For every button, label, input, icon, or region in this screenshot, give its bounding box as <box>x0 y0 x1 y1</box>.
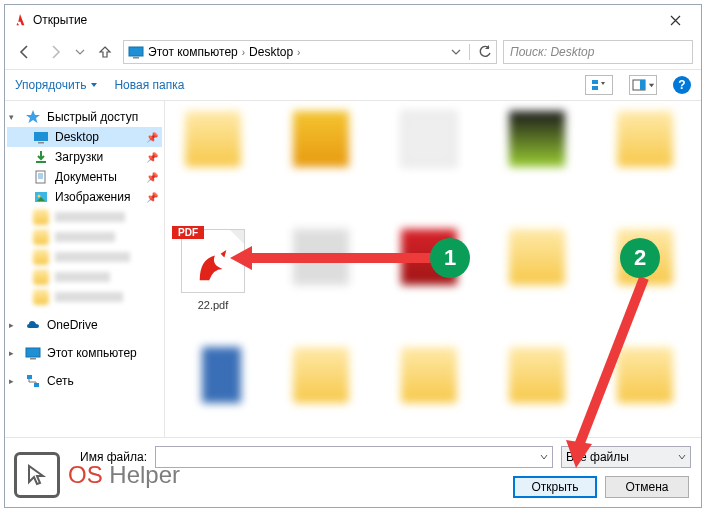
file-item[interactable] <box>393 111 465 201</box>
svg-rect-17 <box>27 375 32 379</box>
sidebar-item-recent[interactable] <box>7 207 162 227</box>
svg-rect-5 <box>640 80 645 90</box>
sidebar-this-pc[interactable]: ▸ Этот компьютер <box>7 343 162 363</box>
documents-icon <box>33 169 49 185</box>
svg-rect-15 <box>26 348 40 357</box>
sidebar-item-downloads[interactable]: Загрузки 📌 <box>7 147 162 167</box>
recent-dropdown[interactable] <box>73 40 87 64</box>
file-item[interactable] <box>177 347 249 437</box>
file-item[interactable] <box>285 347 357 437</box>
sidebar-item-pictures[interactable]: Изображения 📌 <box>7 187 162 207</box>
annotation-arrow-2 <box>560 272 660 472</box>
close-button[interactable] <box>655 6 695 34</box>
this-pc-icon <box>25 345 41 361</box>
search-input[interactable]: Поиск: Desktop <box>503 40 693 64</box>
downloads-icon <box>33 149 49 165</box>
chevron-right-icon: › <box>297 47 300 58</box>
svg-marker-20 <box>230 246 252 270</box>
sidebar-item-recent[interactable] <box>7 267 162 287</box>
star-icon <box>25 109 41 125</box>
svg-rect-8 <box>36 161 46 163</box>
chevron-right-icon: ▸ <box>9 320 19 330</box>
crumb-this-pc[interactable]: Этот компьютер <box>148 45 238 59</box>
watermark: OS Helper <box>14 452 180 498</box>
pin-icon: 📌 <box>146 152 158 163</box>
file-item[interactable] <box>285 111 357 201</box>
sidebar-network[interactable]: ▸ Сеть <box>7 371 162 391</box>
file-item[interactable] <box>177 111 249 201</box>
svg-rect-16 <box>30 358 36 360</box>
forward-button[interactable] <box>43 40 67 64</box>
svg-marker-22 <box>566 440 592 468</box>
this-pc-icon <box>128 44 144 60</box>
svg-line-21 <box>578 278 644 448</box>
breadcrumb[interactable]: Этот компьютер › Desktop › <box>123 40 497 64</box>
annotation-badge-2: 2 <box>620 238 660 278</box>
refresh-button[interactable] <box>478 45 492 59</box>
chevron-down-icon: ▾ <box>9 112 19 122</box>
svg-rect-6 <box>34 132 48 141</box>
file-label: 22.pdf <box>198 299 229 311</box>
sidebar-item-desktop[interactable]: Desktop 📌 <box>7 127 162 147</box>
chevron-down-icon <box>678 453 686 461</box>
preview-pane-button[interactable] <box>629 75 657 95</box>
view-options-button[interactable] <box>585 75 613 95</box>
svg-rect-1 <box>133 57 139 59</box>
svg-rect-3 <box>592 86 598 90</box>
file-item[interactable] <box>285 229 357 319</box>
sidebar: ▾ Быстрый доступ Desktop 📌 Загрузки 📌 До <box>5 101 165 437</box>
file-item[interactable] <box>609 111 681 201</box>
file-item-pdf[interactable]: PDF 22.pdf <box>177 229 249 319</box>
svg-rect-0 <box>129 47 143 56</box>
annotation-arrow-1 <box>228 244 438 274</box>
network-icon <box>25 373 41 389</box>
pin-icon: 📌 <box>146 192 158 203</box>
crumb-desktop[interactable]: Desktop <box>249 45 293 59</box>
file-item[interactable] <box>393 347 465 437</box>
organize-button[interactable]: Упорядочить <box>15 78 98 92</box>
pdf-badge: PDF <box>172 226 204 239</box>
pictures-icon <box>33 189 49 205</box>
sidebar-onedrive[interactable]: ▸ OneDrive <box>7 315 162 335</box>
open-button[interactable]: Открыть <box>513 476 597 498</box>
chevron-right-icon: ▸ <box>9 348 19 358</box>
back-button[interactable] <box>13 40 37 64</box>
cancel-button[interactable]: Отмена <box>605 476 689 498</box>
svg-rect-7 <box>38 142 44 144</box>
annotation-badge-1: 1 <box>430 238 470 278</box>
svg-rect-9 <box>36 171 45 183</box>
file-item[interactable] <box>501 111 573 201</box>
sidebar-item-documents[interactable]: Документы 📌 <box>7 167 162 187</box>
chevron-right-icon: › <box>242 47 245 58</box>
filename-input[interactable] <box>155 446 553 468</box>
svg-point-14 <box>38 195 41 198</box>
sidebar-quick-access[interactable]: ▾ Быстрый доступ <box>7 107 162 127</box>
app-icon <box>13 13 27 27</box>
sidebar-item-recent[interactable] <box>7 287 162 307</box>
chevron-down-icon[interactable] <box>540 453 548 461</box>
sidebar-item-recent[interactable] <box>7 227 162 247</box>
window-title: Открытие <box>33 13 87 27</box>
pin-icon: 📌 <box>146 132 158 143</box>
new-folder-button[interactable]: Новая папка <box>114 78 184 92</box>
desktop-icon <box>33 129 49 145</box>
pin-icon: 📌 <box>146 172 158 183</box>
cursor-icon <box>14 452 60 498</box>
cloud-icon <box>25 317 41 333</box>
sidebar-item-recent[interactable] <box>7 247 162 267</box>
help-button[interactable]: ? <box>673 76 691 94</box>
svg-rect-18 <box>34 383 39 387</box>
svg-rect-2 <box>592 80 598 84</box>
breadcrumb-dropdown[interactable] <box>451 47 461 57</box>
chevron-right-icon: ▸ <box>9 376 19 386</box>
up-button[interactable] <box>93 40 117 64</box>
